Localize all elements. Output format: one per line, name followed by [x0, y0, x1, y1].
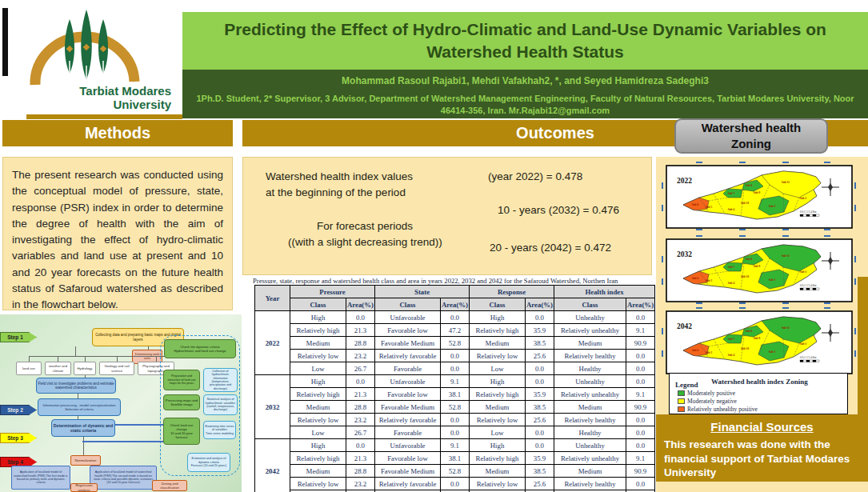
table-cell: Medium [470, 465, 526, 478]
flowchart-criterion-weather: weather and climate [45, 362, 71, 375]
flowchart-zoning-classification: Zoning and classification [152, 480, 187, 491]
subcol-area: Area(%) [346, 298, 375, 311]
connector-line [85, 356, 86, 362]
year-cell: 2022 [255, 311, 290, 375]
table-cell: 21.3 [346, 324, 375, 337]
svg-text:0 0.5 1 2 3 4 Km: 0 0.5 1 2 3 4 Km [800, 284, 817, 287]
svg-text:2032: 2032 [677, 250, 692, 258]
legend-item-label: Moderately negative [687, 398, 737, 405]
table-cell: Medium [290, 337, 346, 350]
financial-body: This research was done with the financia… [656, 434, 868, 480]
svg-text:Sub-11: Sub-11 [782, 181, 790, 184]
outcomes-heading-label: Outcomes [516, 124, 594, 142]
connector-line [29, 356, 30, 362]
subcol-class: Class [375, 298, 441, 311]
table-cell: Favorable Medium [375, 401, 441, 414]
svg-text:0 0.5 1 2 3 4 Km: 0 0.5 1 2 3 4 Km [800, 210, 817, 214]
flowchart-time-series-2: Time series modeling [206, 432, 234, 435]
table-cell: 90.9 [626, 401, 655, 414]
flowchart-landuse-maps: Preparation and extraction of land use m… [163, 370, 200, 390]
connector-line [117, 356, 118, 362]
table-row: Low26.7Favorable0.0Low0.0Healthy0.0 [255, 362, 655, 375]
table-cell: Medium [470, 337, 526, 350]
col-response: Response [470, 286, 554, 298]
table-cell: Relatively low [290, 350, 346, 362]
flowchart-psr-second: Application of localized model of waters… [90, 466, 157, 490]
table-cell: 47.2 [441, 324, 470, 337]
col-pressure: Pressure [290, 286, 375, 298]
table-cell: High [470, 375, 526, 388]
outcomes-forecast-2: ((with a slight decreasing trend)) [288, 236, 442, 248]
table-cell: Healthy [554, 362, 626, 375]
gold-divider [26, 114, 182, 119]
subcol-class: Class [554, 298, 626, 311]
table-cell: Low [470, 362, 526, 375]
table-cell: Medium [554, 465, 626, 478]
map-2042: 2042 Sub-1Sub-3Sub-4Sub-5Sub-6Sub-7Sub-8… [661, 306, 858, 379]
financial-sources: Financial Sources This research was done… [656, 414, 868, 482]
svg-text:Sub-8: Sub-8 [746, 258, 753, 261]
title-band: Predicting the Effect of Hydro-Climatic … [182, 12, 868, 70]
col-state: State [375, 286, 470, 298]
svg-text:Sub-1: Sub-1 [800, 342, 807, 346]
table-row: Relatively low23.2Relatively favorable0.… [255, 414, 655, 426]
table-cell: 0.0 [626, 426, 655, 439]
table-cell: Unhealthy [554, 375, 626, 388]
table-cell: Unfavorable [375, 439, 441, 452]
university-name-line2: University [79, 98, 171, 112]
svg-text:Sub-4: Sub-4 [728, 282, 735, 285]
table-cell: 0.0 [626, 478, 655, 490]
svg-text:Sub-10: Sub-10 [741, 202, 749, 205]
outcomes-forecast-1: For forecast periods [317, 220, 413, 232]
table-cell: Relatively high [470, 452, 526, 465]
svg-text:Sub-8: Sub-8 [746, 184, 753, 187]
table-row: Medium28.8Favorable Medium52.8Medium38.5… [255, 465, 655, 478]
flowchart-criterion-landuse: land use [16, 362, 42, 375]
yellow-swatch-icon [678, 398, 685, 404]
connector-line-blue [115, 424, 163, 426]
svg-text:Sub-3: Sub-3 [769, 205, 776, 208]
flowchart-statistical-analysis: Statistical analysis of hydroclimatic va… [203, 394, 238, 415]
map-2032: 2032 Sub-1Sub-3Sub-4Sub-5Sub-6Sub-7Sub-8… [661, 234, 858, 307]
table-cell: Relatively high [290, 324, 346, 337]
table-cell: 52.8 [441, 337, 470, 350]
table-cell: 9.1 [626, 388, 655, 401]
table-cell: High [470, 311, 526, 324]
table-cell: Medium [470, 401, 526, 414]
table-cell: Relatively favorable [375, 414, 441, 426]
table-cell: Favorable low [375, 324, 441, 337]
table-row: 2042High0.0Unfavorable9.1High0.0Unhealth… [255, 439, 655, 452]
table-cell: 90.9 [626, 337, 655, 350]
table-cell: Favorable Medium [375, 337, 441, 350]
year-cell: 2042 [255, 439, 290, 492]
table-cell: 0.0 [526, 439, 554, 452]
connector-line [29, 356, 173, 357]
zoning-panel: 2022 Sub-1Sub-3Sub-4Sub-5Sub-6Sub-7Sub-8… [656, 157, 868, 492]
svg-text:Sub-4: Sub-4 [728, 354, 735, 357]
map-2022: 2022 Sub-1Sub-3Sub-4Sub-5Sub-6Sub-7Sub-8… [661, 160, 858, 234]
table-cell: 26.7 [346, 426, 375, 439]
subcol-area: Area(%) [626, 298, 655, 311]
map-legend: Legend Watershed health index Zoning Mod… [669, 373, 848, 414]
right-gold-strip [858, 277, 868, 414]
table-cell: Low [470, 426, 526, 439]
connector-line [156, 356, 157, 362]
legend-item-positive: Moderately positive [678, 390, 735, 397]
table-cell: 25.6 [526, 350, 554, 362]
table-cell: Relatively low [470, 350, 526, 362]
table-cell: 0.0 [526, 311, 554, 324]
table-cell: Favorable low [375, 452, 441, 465]
table-cell: 35.9 [526, 388, 554, 401]
psr-table: Year Pressure State Response Health inde… [254, 285, 655, 492]
outcomes-intro-1: Watershed health index values [266, 170, 413, 182]
table-cell: 0.0 [526, 362, 554, 375]
table-cell: 21.3 [346, 388, 375, 401]
table-cell: 0.0 [441, 414, 470, 426]
flowchart-regression: Regression analysis [70, 483, 98, 492]
table-cell: Favorable [375, 362, 441, 375]
outcomes-value-2032: 10 - years (2032) = 0.476 [498, 204, 619, 216]
table-cell: Relatively low [290, 414, 346, 426]
svg-text:Sub-7: Sub-7 [728, 192, 735, 195]
svg-text:Sub-7: Sub-7 [728, 266, 735, 269]
table-cell: 28.8 [346, 337, 375, 350]
